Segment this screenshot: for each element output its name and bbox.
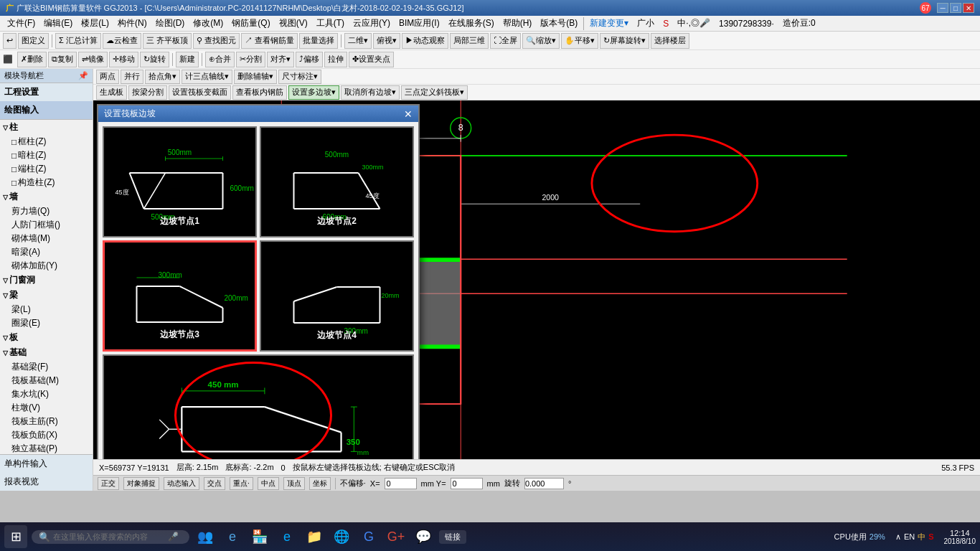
sidebar-pin-icon[interactable]: 📌 [78, 71, 88, 80]
task-link-button[interactable]: 链接 [439, 530, 466, 544]
sidebar-item-construct-column[interactable]: □构造柱(Z) [0, 176, 93, 189]
task-edge-icon[interactable]: e [221, 525, 244, 548]
sidebar-section-slab[interactable]: ▽ 板 [0, 330, 93, 345]
pick-angle-button[interactable]: 拾点角▾ [145, 70, 180, 84]
sidebar-section-foundation[interactable]: ▽ 基础 [0, 345, 93, 360]
view-slab-rebar-button[interactable]: 查看板内钢筋 [232, 85, 287, 100]
node-large-cell[interactable]: 450 mm 350 mm [103, 354, 414, 459]
intersection-button[interactable]: 交点 [204, 477, 225, 490]
sidebar-item-raft-foundation[interactable]: 筏板基础(M) [0, 374, 93, 387]
node-cell-3[interactable]: 300mm 200mm 边坡节点3 [103, 240, 257, 352]
screen-rotate-button[interactable]: ↻屏幕旋转▾ [600, 33, 649, 49]
sidebar-item-raft-neg-rebar[interactable]: 筏板负筋(X) [0, 428, 93, 442]
view-rebar-button[interactable]: ↗ 查看钢筋量 [241, 33, 298, 49]
menu-new-change[interactable]: 新建变更▾ [585, 16, 633, 31]
sidebar-item-civil-defense-wall[interactable]: 人防门框墙() [0, 218, 93, 232]
menu-edit[interactable]: 编辑(E) [39, 16, 77, 31]
node-cell-4[interactable]: 20mm 300mm 边坡节点4 [260, 240, 414, 352]
menu-help[interactable]: 帮助(H) [499, 16, 537, 31]
rotate-button[interactable]: ↻旋转 [140, 52, 169, 67]
cloud-check-button[interactable]: ☁云检查 [103, 33, 141, 49]
close-button[interactable]: ✕ [963, 3, 974, 13]
menu-extra[interactable]: 中·,◎🎤 [673, 16, 715, 31]
task-ie-icon[interactable]: e [275, 525, 298, 548]
set-multi-slope-button[interactable]: 设置多边坡▾ [288, 85, 339, 100]
sidebar-item-isolated-foundation[interactable]: 独立基础(P) [0, 442, 93, 454]
new-button[interactable]: 新建 [176, 52, 199, 67]
pan-button[interactable]: ✋平移▾ [561, 33, 598, 49]
menu-phone[interactable]: 13907298339· [715, 17, 778, 30]
copy-button[interactable]: ⧉复制 [48, 52, 77, 67]
split-by-beam-button[interactable]: 按梁分割 [128, 85, 167, 100]
task-folder-icon[interactable]: 📁 [303, 525, 326, 548]
menu-bim[interactable]: BIM应用(I) [395, 16, 444, 31]
node-cell-1[interactable]: 500mm 600mm 45度 500mm 边坡节点1 [103, 126, 257, 237]
local-3d-button[interactable]: 局部三维 [450, 33, 489, 49]
rotate-input[interactable] [524, 478, 564, 489]
minimize-button[interactable]: ─ [937, 3, 948, 13]
sidebar-item-frame-column[interactable]: □框柱(Z) [0, 135, 93, 149]
three-point-slope-button[interactable]: 三点定义斜筏板▾ [401, 85, 468, 100]
menu-cloud[interactable]: 云应用(Y) [349, 16, 395, 31]
define-button[interactable]: 图定义 [18, 33, 49, 49]
sidebar-item-end-column[interactable]: □端柱(Z) [0, 162, 93, 176]
sidebar-item-raft-main-rebar[interactable]: 筏板主筋(R) [0, 415, 93, 428]
sidebar-item-beam[interactable]: 梁(L) [0, 303, 93, 316]
vertex-button[interactable]: 顶点 [283, 477, 305, 490]
node-cell-2[interactable]: 500mm 300mm 600mm 45度 边坡节点2 [260, 126, 414, 237]
gen-slab-button[interactable]: 生成板 [96, 85, 127, 100]
dialog-close-button[interactable]: ✕ [404, 108, 413, 120]
x-input[interactable] [385, 478, 417, 489]
task-store-icon[interactable]: 🏪 [248, 525, 271, 548]
mirror-button[interactable]: ⇌镜像 [78, 52, 108, 67]
dynamic-obs-button[interactable]: ▶动态观察 [402, 33, 448, 49]
set-raft-section-button[interactable]: 设置筏板变截面 [169, 85, 231, 100]
three-point-axis-button[interactable]: 计三点轴线▾ [182, 70, 232, 84]
delete-aux-button[interactable]: 删除辅轴▾ [234, 70, 277, 84]
parallel-button[interactable]: 并行 [121, 70, 143, 84]
sidebar-item-drawing-input[interactable]: 绘图输入 [0, 101, 93, 119]
menu-sogou[interactable]: S [659, 17, 673, 30]
delete-button[interactable]: ✗删除 [17, 52, 47, 67]
top-view-button[interactable]: 俯视▾ [373, 33, 400, 49]
y-input[interactable] [451, 478, 483, 489]
find-element-button[interactable]: ⚲ 查找图元 [193, 33, 240, 49]
align-top-button[interactable]: 三 齐平板顶 [143, 33, 192, 49]
sidebar-item-foundation-beam[interactable]: 基础梁(F) [0, 360, 93, 374]
task-earth-icon[interactable]: 🌐 [330, 525, 353, 548]
select-floor-button[interactable]: 选择楼层 [651, 33, 689, 49]
start-button[interactable]: ⊞ [4, 525, 27, 548]
merge-button[interactable]: ⊕合并 [205, 52, 235, 67]
sidebar-item-project-settings[interactable]: 工程设置 [0, 83, 93, 101]
mic-icon[interactable]: 🎤 [168, 532, 179, 542]
menu-component[interactable]: 构件(N) [113, 16, 151, 31]
fullscreen-button[interactable]: ⛶全屏 [490, 33, 521, 49]
object-snap-button[interactable]: 对象捕捉 [123, 477, 159, 490]
undo-button[interactable]: ↩ [3, 33, 17, 49]
align-button[interactable]: 对齐▾ [267, 52, 294, 67]
menu-version[interactable]: 版本号(B) [536, 16, 582, 31]
dynamic-input-button[interactable]: 动态输入 [164, 477, 199, 490]
taskbar-arrow-up[interactable]: ∧ [895, 532, 901, 542]
sidebar-section-door-window[interactable]: ▽ 门窗洞 [0, 273, 93, 288]
sidebar-item-sump[interactable]: 集水坑(K) [0, 387, 93, 401]
grip-button[interactable]: ✤设置夹点 [349, 52, 394, 67]
menu-view[interactable]: 视图(V) [275, 16, 312, 31]
taskbar-clock[interactable]: 12:14 2018/8/10 [944, 529, 976, 545]
sidebar-item-ring-beam[interactable]: 圈梁(E) [0, 316, 93, 330]
sidebar-item-masonry-wall[interactable]: 砌体墙(M) [0, 232, 93, 245]
two-point-button[interactable]: 两点 [96, 70, 119, 84]
menu-tools[interactable]: 工具(T) [312, 16, 349, 31]
sidebar-item-column-pier[interactable]: 柱墩(V) [0, 401, 93, 415]
menu-file[interactable]: 文件(F) [3, 16, 39, 31]
task-people-icon[interactable]: 👥 [194, 525, 217, 548]
sidebar-section-column[interactable]: ▽ 柱 [0, 120, 93, 135]
menu-draw[interactable]: 绘图(D) [151, 16, 189, 31]
center-button[interactable]: 中点 [258, 477, 279, 490]
sidebar-item-masonry-rebar[interactable]: 砌体加筋(Y) [0, 259, 93, 273]
menu-modify[interactable]: 修改(M) [189, 16, 227, 31]
taskbar-search-input[interactable] [53, 532, 168, 541]
task-chat-icon[interactable]: 💬 [412, 525, 435, 548]
cancel-all-slopes-button[interactable]: 取消所有边坡▾ [341, 85, 400, 100]
menu-guang[interactable]: 广小 [633, 16, 659, 31]
